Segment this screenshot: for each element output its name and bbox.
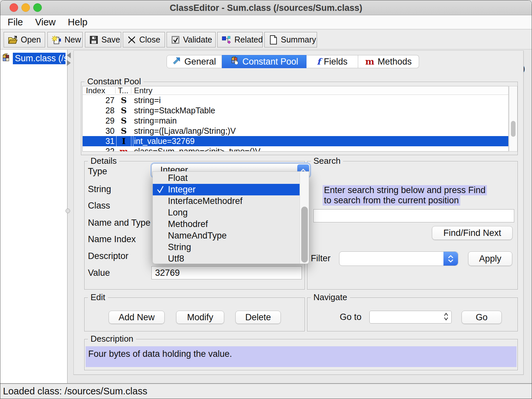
splitter-expand-right-icon[interactable] xyxy=(67,60,71,66)
tab-general-label: General xyxy=(184,57,216,67)
new-button[interactable]: New xyxy=(47,32,83,47)
description-group: Description Four bytes of data holding t… xyxy=(84,339,518,370)
column-header-entry[interactable]: Entry xyxy=(134,86,152,95)
status-text: Loaded class: /sources/Sum.class xyxy=(3,386,147,397)
table-row[interactable]: 28 S string=StackMapTable xyxy=(83,105,509,116)
tab-fields-label: Fields xyxy=(324,57,348,67)
tab-constant-pool[interactable]: Constant Pool xyxy=(222,55,306,68)
column-divider[interactable] xyxy=(115,87,116,94)
description-group-title: Description xyxy=(88,334,136,344)
tab-fields[interactable]: f Fields xyxy=(306,55,358,68)
column-divider[interactable] xyxy=(131,87,131,94)
menu-help[interactable]: Help xyxy=(68,17,88,28)
column-header-index[interactable]: Index xyxy=(86,86,105,95)
search-input[interactable] xyxy=(313,209,514,222)
string-label: String xyxy=(88,184,111,194)
close-button[interactable]: Close xyxy=(123,32,165,47)
table-row[interactable]: 32 m class=Sum, name=<init>, type=()V xyxy=(83,146,509,152)
dropdown-item-integer[interactable]: Integer xyxy=(153,184,300,195)
type-dropdown-popup: Float Integer InterfaceMethodref Long Me… xyxy=(152,171,309,264)
row-entry: string=([Ljava/lang/String;)V xyxy=(134,126,508,136)
arrow-up-right-icon xyxy=(173,56,181,67)
filter-combobox[interactable] xyxy=(339,251,458,266)
method-m-icon: m xyxy=(365,57,374,67)
save-button[interactable]: Save xyxy=(85,32,121,47)
goto-label: Go to xyxy=(340,312,361,322)
search-hint: Enter search string below and press Find… xyxy=(323,185,487,206)
row-index: 29 xyxy=(83,116,115,126)
filter-label: Filter xyxy=(311,253,331,264)
tree-item-sum-class[interactable]: Sum.class (/s xyxy=(2,52,66,64)
value-field[interactable] xyxy=(151,266,302,279)
column-header-type[interactable]: T... xyxy=(118,86,128,95)
row-entry: string=i xyxy=(134,95,508,105)
string-type-icon: S xyxy=(116,95,131,105)
summary-button[interactable]: Summary xyxy=(264,32,317,47)
dropdown-item-utf8[interactable]: Utf8 xyxy=(153,253,300,264)
go-button[interactable]: Go xyxy=(462,311,502,324)
tab-methods[interactable]: m Methods xyxy=(358,55,419,68)
table-row-selected[interactable]: 31 I int_value=32769 xyxy=(83,136,509,146)
splitter-handle[interactable] xyxy=(66,209,70,213)
modify-button[interactable]: Modify xyxy=(176,311,224,324)
open-button-label: Open xyxy=(21,35,41,44)
apply-button-label: Apply xyxy=(479,254,501,264)
table-row[interactable]: 30 S string=([Ljava/lang/String;)V xyxy=(83,126,509,136)
validate-checkbox-icon xyxy=(171,35,180,44)
table-vertical-scrollbar[interactable] xyxy=(509,86,518,152)
methodref-type-icon: m xyxy=(116,146,131,152)
scrollbar-thumb[interactable] xyxy=(511,121,516,137)
table-row[interactable]: 29 S string=main xyxy=(83,116,509,126)
goto-combobox[interactable] xyxy=(369,311,452,324)
new-document-icon xyxy=(52,35,62,45)
name-and-type-label: Name and Type xyxy=(88,217,150,228)
spinner-up-down-icon[interactable] xyxy=(443,312,449,321)
find-button-label: Find/Find Next xyxy=(443,228,501,238)
splitter-collapse-left-icon[interactable] xyxy=(67,52,71,58)
go-button-label: Go xyxy=(476,312,488,323)
menu-bar: File View Help xyxy=(0,15,532,29)
new-button-label: New xyxy=(65,35,81,44)
title-bar: ClassEditor - Sum.class (/sources/Sum.cl… xyxy=(0,0,532,15)
dropdown-item-interfacemethodref[interactable]: InterfaceMethodref xyxy=(153,195,300,207)
close-x-icon xyxy=(127,35,136,44)
add-new-button[interactable]: Add New xyxy=(109,311,165,324)
tab-general[interactable]: General xyxy=(167,55,222,68)
table-row[interactable]: 27 S string=i xyxy=(83,95,509,105)
find-button[interactable]: Find/Find Next xyxy=(432,226,513,240)
search-group-title: Search xyxy=(311,156,343,166)
status-bar: Loaded class: /sources/Sum.class xyxy=(0,384,532,398)
open-folder-icon xyxy=(8,35,18,44)
constant-pool-table-header: Index T... Entry xyxy=(83,86,508,95)
scrollbar-thumb[interactable] xyxy=(301,207,308,263)
row-index: 30 xyxy=(83,126,115,136)
dropdown-item-string[interactable]: String xyxy=(153,242,300,253)
chevron-up-down-icon[interactable] xyxy=(443,252,458,266)
row-index: 32 xyxy=(83,146,115,152)
menu-view[interactable]: View xyxy=(35,17,56,28)
row-entry: string=main xyxy=(134,116,508,126)
constant-pool-table[interactable]: Index T... Entry 27 S string=i 28 S stri… xyxy=(82,86,509,152)
delete-button[interactable]: Delete xyxy=(235,311,281,324)
save-floppy-icon xyxy=(89,35,98,44)
dropdown-item-long[interactable]: Long xyxy=(153,207,300,218)
validate-button[interactable]: Validate xyxy=(167,32,216,47)
dropdown-item-float[interactable]: Float xyxy=(153,172,300,184)
dropdown-item-methodref[interactable]: Methodref xyxy=(153,218,300,230)
description-text: Four bytes of data holding the value. xyxy=(88,349,232,359)
dropdown-scrollbar[interactable] xyxy=(300,172,309,264)
descriptor-label: Descriptor xyxy=(88,251,128,261)
open-button[interactable]: Open xyxy=(4,32,45,47)
row-entry: int_value=32769 xyxy=(133,136,508,146)
class-label: Class xyxy=(88,200,110,211)
dropdown-item-nameandtype[interactable]: NameAndType xyxy=(153,230,300,242)
menu-file[interactable]: File xyxy=(8,17,23,28)
related-button[interactable]: Related xyxy=(217,32,263,47)
row-index: 27 xyxy=(83,95,115,105)
constant-pool-blocks-icon xyxy=(230,56,239,68)
add-new-button-label: Add New xyxy=(119,312,155,323)
toolbar: Open New Save Close Validate Related Sum… xyxy=(0,30,532,49)
constant-pool-group-title: Constant Pool xyxy=(85,76,144,87)
apply-button[interactable]: Apply xyxy=(468,251,512,266)
details-group-title: Details xyxy=(88,156,119,166)
